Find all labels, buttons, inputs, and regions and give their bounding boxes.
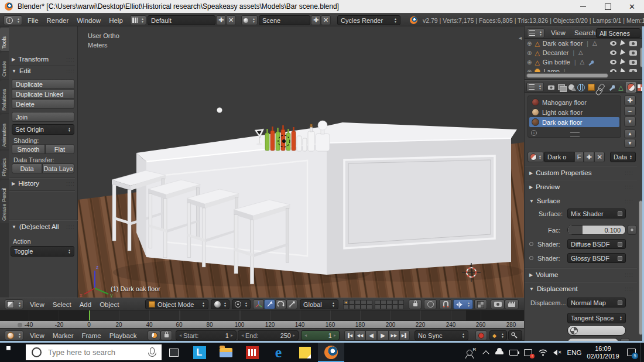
outliner-item-lamp[interactable]: ⊕ Lamp | bbox=[525, 67, 639, 72]
menu-file[interactable]: File bbox=[23, 17, 43, 24]
outliner-item-decanter[interactable]: ⊕ △ Decanter | △ bbox=[525, 48, 639, 57]
shade-flat-button[interactable]: Flat bbox=[45, 144, 74, 154]
previous-keyframe-button[interactable]: ◀◀ bbox=[355, 330, 365, 340]
shader2-select[interactable]: Glossy BSDF bbox=[567, 253, 626, 263]
move-slot-up-button[interactable]: ▲ bbox=[624, 129, 636, 138]
normal-map-image-field[interactable] bbox=[567, 325, 626, 336]
info-editor-type-button[interactable]: i bbox=[4, 15, 22, 25]
preview-panel-header[interactable]: ▶Preview :::: bbox=[529, 183, 633, 190]
viewport-3d[interactable]: z x y User Ortho Meters (1) Dark oak flo… bbox=[78, 26, 524, 298]
visibility-icon[interactable] bbox=[610, 60, 616, 64]
increment-icon[interactable]: ▸ bbox=[293, 333, 295, 338]
custom-properties-panel-header[interactable]: ▶Custom Properties :::: bbox=[529, 169, 633, 176]
material-browse-button[interactable] bbox=[527, 152, 544, 162]
panel-grip-icon[interactable]: :::: bbox=[66, 224, 75, 230]
decrement-icon[interactable]: ◂ bbox=[241, 333, 244, 338]
region-expand-icon[interactable]: ◂ bbox=[519, 35, 522, 41]
layer-cell[interactable] bbox=[392, 300, 398, 305]
layer-cell[interactable] bbox=[355, 305, 361, 309]
outliner-view-menu[interactable]: View bbox=[547, 29, 570, 36]
move-slot-down-button[interactable]: ▼ bbox=[624, 139, 636, 148]
action-select[interactable]: Toggle bbox=[11, 246, 74, 257]
selectability-icon[interactable] bbox=[620, 40, 626, 47]
opengl-render-anim-button[interactable] bbox=[505, 299, 519, 309]
sync-mode-select[interactable]: No Sync bbox=[415, 330, 468, 340]
layer-cell[interactable] bbox=[381, 305, 386, 309]
menu-help[interactable]: Help bbox=[105, 17, 127, 24]
layer-cell[interactable] bbox=[398, 300, 404, 305]
redo-panel-header[interactable]: ▼(De)select All :::: bbox=[12, 223, 75, 230]
outliner-hscrollbar[interactable] bbox=[526, 73, 608, 78]
taskbar-blender-active[interactable] bbox=[318, 343, 344, 362]
tray-clock[interactable]: 16:09 02/01/2019 bbox=[584, 343, 622, 362]
view-menu[interactable]: View bbox=[26, 301, 49, 308]
duplicate-linked-button[interactable]: Duplicate Linked bbox=[12, 89, 74, 99]
tray-hidden-icons[interactable] bbox=[479, 343, 492, 362]
panel-grip-icon[interactable]: :::: bbox=[625, 198, 633, 204]
taskbar-sticky-notes[interactable] bbox=[292, 343, 318, 362]
slot-light-oak[interactable]: Light oak floor bbox=[529, 107, 619, 117]
add-menu[interactable]: Add bbox=[76, 301, 95, 308]
panel-grip-icon[interactable]: :::: bbox=[625, 184, 633, 190]
outliner-item-gin-bottle[interactable]: ⊕ △ Gin bottle | △ bbox=[525, 57, 639, 67]
displacement-panel-header[interactable]: ▼Displacement :::: bbox=[529, 285, 633, 292]
slot-dark-oak[interactable]: Dark oak floor bbox=[529, 117, 619, 127]
tab-object[interactable] bbox=[586, 82, 596, 93]
layer-cell[interactable] bbox=[361, 300, 366, 305]
layer-cell[interactable] bbox=[398, 305, 404, 309]
shader1-select[interactable]: Diffuse BSDF bbox=[567, 239, 626, 249]
layer-cell[interactable] bbox=[386, 305, 392, 309]
lock-to-scene-button[interactable] bbox=[409, 299, 422, 309]
tab-relations[interactable]: Relations bbox=[0, 80, 9, 113]
tab-world[interactable] bbox=[576, 82, 586, 93]
proportional-edit-button[interactable] bbox=[424, 299, 437, 309]
close-button[interactable]: ✕ bbox=[620, 0, 644, 13]
tab-modifiers[interactable] bbox=[606, 82, 616, 93]
selectability-icon[interactable] bbox=[620, 68, 626, 72]
manipulator-rotate-button[interactable] bbox=[275, 299, 286, 309]
set-origin-dropdown[interactable]: Set Origin bbox=[12, 124, 74, 135]
decrement-icon[interactable]: ◂ bbox=[304, 333, 307, 338]
layer-cell[interactable] bbox=[392, 305, 398, 309]
delete-button[interactable]: Delete bbox=[12, 99, 74, 109]
unlink-material-button[interactable]: ✕ bbox=[594, 152, 605, 162]
link-mode-select[interactable]: Data bbox=[610, 152, 636, 162]
panel-grip-icon[interactable]: :::: bbox=[625, 286, 633, 292]
show-desktop-button[interactable] bbox=[640, 343, 644, 362]
renderability-icon[interactable] bbox=[629, 41, 637, 46]
tray-app-alert[interactable]: ! bbox=[520, 343, 536, 362]
tab-render-layers[interactable] bbox=[556, 82, 566, 93]
selectability-icon[interactable] bbox=[620, 49, 626, 56]
tab-tools[interactable]: Tools bbox=[0, 28, 9, 51]
viewport-editor-type-button[interactable] bbox=[5, 299, 23, 309]
tab-physics[interactable]: Physics bbox=[0, 151, 9, 179]
visibility-icon[interactable] bbox=[610, 41, 616, 46]
duplicate-button[interactable]: Duplicate bbox=[12, 79, 74, 89]
select-menu[interactable]: Select bbox=[49, 301, 76, 308]
transform-orientation-select[interactable]: Global bbox=[300, 299, 338, 309]
layers-grid-1[interactable] bbox=[343, 300, 372, 309]
new-material-button[interactable]: ✚ bbox=[584, 152, 594, 162]
tray-language[interactable]: ENG bbox=[565, 343, 584, 362]
tray-wifi[interactable] bbox=[536, 343, 550, 362]
expander-icon[interactable]: ⊕ bbox=[527, 40, 532, 47]
surface-panel-header[interactable]: ▼Surface :::: bbox=[529, 197, 633, 204]
jump-to-end-button[interactable]: ▶▌ bbox=[399, 330, 410, 340]
play-button[interactable]: ▶ bbox=[377, 330, 389, 340]
tab-create[interactable]: Create bbox=[0, 52, 9, 79]
layer-cell[interactable] bbox=[366, 305, 372, 309]
layer-cell[interactable] bbox=[375, 300, 381, 305]
slot-mahogany[interactable]: Mahogany floor bbox=[529, 97, 619, 107]
layers-grid-2[interactable] bbox=[375, 300, 404, 309]
join-button[interactable]: Join bbox=[12, 112, 74, 122]
keying-set-select[interactable]: ◆ bbox=[489, 330, 507, 340]
manipulator-axis-button[interactable] bbox=[253, 299, 264, 309]
displacement-method-select[interactable]: Normal Map bbox=[567, 298, 626, 308]
taskbar-app-red[interactable] bbox=[239, 343, 265, 362]
layer-cell[interactable] bbox=[343, 300, 349, 305]
timeline-frame-menu[interactable]: Frame bbox=[78, 332, 105, 339]
layer-cell[interactable] bbox=[361, 305, 366, 309]
panel-grip-icon[interactable]: :::: bbox=[66, 68, 75, 74]
outliner-scope-select[interactable]: All Scenes bbox=[596, 28, 640, 38]
timeline-canvas[interactable] bbox=[0, 310, 524, 320]
